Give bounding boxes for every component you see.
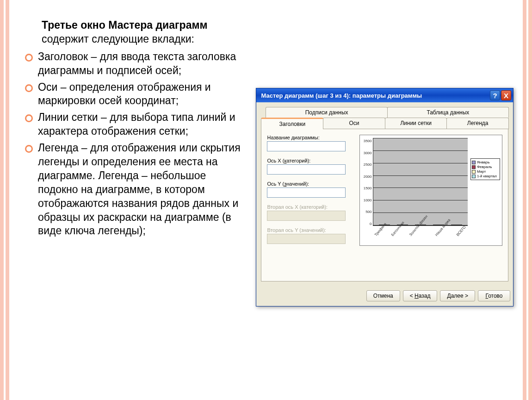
legend-label: Март bbox=[477, 169, 486, 174]
window-title: Мастер диаграмм (шаг 3 из 4): параметры … bbox=[261, 92, 490, 99]
list-item: Заголовок – для ввода текста заголовка д… bbox=[23, 50, 242, 78]
finish-button[interactable]: Готово bbox=[478, 290, 510, 301]
y-tick: 3500 bbox=[362, 139, 371, 143]
list-item: Легенда – для отображения или скрытия ле… bbox=[23, 141, 242, 238]
legend-item: Январь bbox=[472, 160, 499, 164]
legend-item: Февраль bbox=[472, 165, 499, 169]
tab-data-table[interactable]: Таблица данных bbox=[387, 107, 509, 118]
next-button[interactable]: Далее > bbox=[440, 290, 475, 301]
x-axis-label: Ось X (категорий): bbox=[267, 158, 355, 163]
legend-swatch bbox=[472, 170, 476, 174]
legend-item: 1-й квартал bbox=[472, 174, 499, 178]
list-item: Линии сетки – для выбора типа линий и ха… bbox=[23, 111, 242, 138]
y-tick: 2000 bbox=[362, 175, 371, 179]
legend-swatch bbox=[472, 175, 476, 178]
x2-axis-input bbox=[267, 211, 346, 221]
intro-paragraph: Третье окно Мастера диаграмм содержит сл… bbox=[42, 19, 242, 46]
chart-title-input[interactable] bbox=[267, 141, 346, 151]
intro-rest: содержит следующие вкладки: bbox=[42, 33, 194, 45]
y2-axis-input bbox=[267, 234, 346, 244]
tab-axes[interactable]: Оси bbox=[323, 118, 385, 129]
y-tick: 0 bbox=[362, 222, 371, 226]
chart-wizard-dialog: Мастер диаграмм (шаг 3 из 4): параметры … bbox=[256, 88, 513, 306]
legend-label: 1-й квартал bbox=[477, 174, 497, 178]
legend-swatch bbox=[472, 165, 476, 169]
help-button[interactable]: ? bbox=[490, 90, 500, 100]
legend-label: Январь bbox=[477, 160, 489, 164]
y-axis-input[interactable] bbox=[267, 188, 346, 198]
titlebar[interactable]: Мастер диаграмм (шаг 3 из 4): параметры … bbox=[256, 88, 513, 102]
legend-label: Февраль bbox=[477, 165, 492, 169]
back-button[interactable]: < Назад bbox=[403, 290, 438, 301]
chart-title-label: Название диаграммы: bbox=[267, 135, 355, 140]
y-tick: 1500 bbox=[362, 186, 371, 190]
y-tick: 500 bbox=[362, 210, 371, 214]
chart-legend: ЯнварьФевральМарт1-й квартал bbox=[470, 158, 500, 180]
y-tick: 3000 bbox=[362, 151, 371, 155]
y-tick: 1000 bbox=[362, 198, 371, 202]
chart-preview: 0500100015002000250030003500 ТрюфеляБато… bbox=[359, 135, 502, 246]
y-tick: 2500 bbox=[362, 162, 371, 167]
tab-legend[interactable]: Легенда bbox=[446, 118, 509, 129]
legend-swatch bbox=[472, 161, 476, 164]
tab-gridlines[interactable]: Линии сетки bbox=[385, 118, 447, 129]
bullet-list: Заголовок – для ввода текста заголовка д… bbox=[23, 50, 242, 238]
close-button[interactable]: X bbox=[501, 90, 511, 100]
bar bbox=[459, 225, 462, 225]
tab-data-labels[interactable]: Подписи данных bbox=[266, 107, 387, 118]
tab-titles[interactable]: Заголовки bbox=[261, 118, 323, 129]
cancel-button[interactable]: Отмена bbox=[366, 290, 400, 301]
x-axis-input[interactable] bbox=[267, 164, 346, 175]
legend-item: Март bbox=[472, 169, 499, 174]
intro-bold: Третье окно Мастера диаграмм bbox=[42, 19, 207, 31]
list-item: Оси – определения отображения и маркиров… bbox=[23, 81, 242, 108]
y2-axis-label: Вторая ось Y (значений): bbox=[267, 227, 355, 233]
x2-axis-label: Вторая ось X (категорий): bbox=[267, 204, 355, 210]
y-axis-label: Ось Y (значений): bbox=[267, 181, 355, 187]
